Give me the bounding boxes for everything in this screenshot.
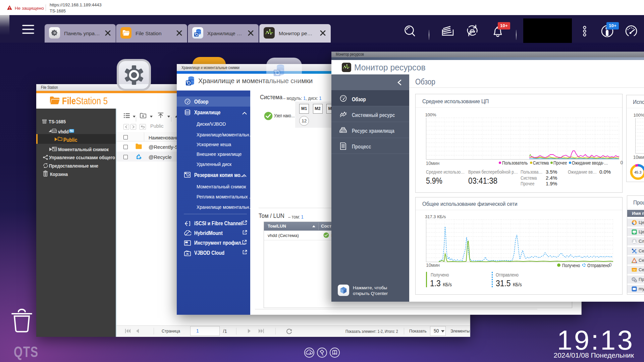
svg-text:45.3: 45.3 bbox=[634, 170, 641, 174]
